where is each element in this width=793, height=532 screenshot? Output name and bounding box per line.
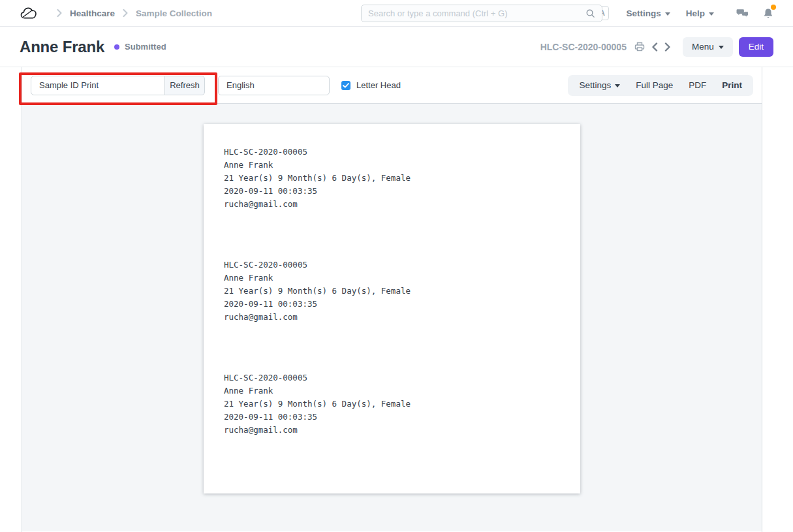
menu-button[interactable]: Menu — [683, 37, 733, 57]
navbar-actions: A Settings Help — [595, 6, 773, 20]
print-format-group: Refresh — [31, 76, 205, 95]
print-settings-button[interactable]: Settings — [571, 80, 628, 90]
label-line: HLC-SC-2020-00005 — [224, 258, 560, 272]
notifications-bell-icon[interactable] — [763, 8, 773, 19]
refresh-button[interactable]: Refresh — [164, 76, 205, 95]
label-line: rucha@gmail.com — [224, 424, 560, 437]
label-line: rucha@gmail.com — [224, 311, 560, 324]
page-head-actions: HLC-SC-2020-00005 Menu Edit — [540, 37, 773, 57]
app-logo-icon[interactable] — [20, 6, 37, 21]
status-dot-icon — [114, 44, 119, 50]
full-page-button[interactable]: Full Page — [628, 80, 681, 90]
letterhead-label: Letter Head — [356, 80, 401, 90]
chat-icon[interactable] — [736, 8, 749, 19]
sample-label-block: HLC-SC-2020-00005 Anne Frank 21 Year(s) … — [224, 258, 560, 324]
print-preview-area: HLC-SC-2020-00005 Anne Frank 21 Year(s) … — [22, 104, 762, 531]
navbar: Healthcare Sample Collection A Settings … — [0, 0, 793, 27]
global-search[interactable] — [361, 5, 602, 22]
chevron-down-icon — [665, 12, 670, 16]
previous-document-icon[interactable] — [651, 42, 658, 52]
print-toolbar: Refresh Letter Head Settings Full Page P… — [22, 67, 762, 104]
settings-menu[interactable]: Settings — [626, 8, 670, 18]
print-icon[interactable] — [634, 42, 645, 52]
label-line: HLC-SC-2020-00005 — [224, 146, 560, 159]
search-input[interactable] — [368, 8, 585, 18]
settings-menu-label: Settings — [626, 8, 661, 18]
page-title: Anne Frank — [20, 38, 104, 56]
sample-label-block: HLC-SC-2020-00005 Anne Frank 21 Year(s) … — [224, 146, 560, 211]
chevron-down-icon — [709, 12, 714, 16]
page-head: Anne Frank Submitted HLC-SC-2020-00005 M… — [0, 27, 793, 67]
search-icon — [585, 8, 595, 18]
label-line: rucha@gmail.com — [224, 198, 560, 211]
label-line: 2020-09-11 00:03:35 — [224, 411, 560, 424]
chevron-down-icon — [719, 46, 724, 49]
breadcrumb-healthcare[interactable]: Healthcare — [70, 8, 115, 18]
label-line: 21 Year(s) 9 Month(s) 6 Day(s), Female — [224, 172, 560, 185]
next-document-icon[interactable] — [664, 42, 671, 52]
label-line: 2020-09-11 00:03:35 — [224, 298, 560, 311]
label-line: 21 Year(s) 9 Month(s) 6 Day(s), Female — [224, 398, 560, 411]
label-line: 2020-09-11 00:03:35 — [224, 185, 560, 198]
breadcrumb-sample-collection[interactable]: Sample Collection — [136, 8, 212, 18]
document-id: HLC-SC-2020-00005 — [540, 42, 627, 52]
label-line: HLC-SC-2020-00005 — [224, 371, 560, 384]
letterhead-toggle[interactable]: Letter Head — [341, 80, 401, 90]
sample-label-block: HLC-SC-2020-00005 Anne Frank 21 Year(s) … — [224, 371, 560, 437]
help-menu[interactable]: Help — [686, 8, 714, 18]
print-button[interactable]: Print — [714, 80, 750, 90]
pdf-button[interactable]: PDF — [681, 80, 714, 90]
print-format-select[interactable] — [31, 76, 165, 95]
label-line: 21 Year(s) 9 Month(s) 6 Day(s), Female — [224, 285, 560, 298]
print-settings-label: Settings — [579, 80, 611, 90]
label-line: Anne Frank — [224, 272, 560, 285]
language-select[interactable] — [218, 76, 330, 95]
breadcrumb-chevron-icon — [123, 9, 128, 17]
notification-dot — [771, 5, 776, 10]
print-view: Refresh Letter Head Settings Full Page P… — [22, 67, 762, 532]
letterhead-checkbox[interactable] — [341, 81, 350, 90]
status-badge: Submitted — [114, 42, 166, 52]
print-preview-paper: HLC-SC-2020-00005 Anne Frank 21 Year(s) … — [204, 124, 580, 493]
print-actions-group: Settings Full Page PDF Print — [568, 75, 753, 96]
help-menu-label: Help — [686, 8, 705, 18]
menu-button-label: Menu — [692, 42, 714, 52]
chevron-down-icon — [615, 84, 620, 87]
edit-button[interactable]: Edit — [739, 37, 773, 57]
breadcrumb-chevron-icon — [57, 9, 62, 17]
label-line: Anne Frank — [224, 384, 560, 398]
status-label: Submitted — [125, 42, 166, 52]
label-line: Anne Frank — [224, 159, 560, 172]
